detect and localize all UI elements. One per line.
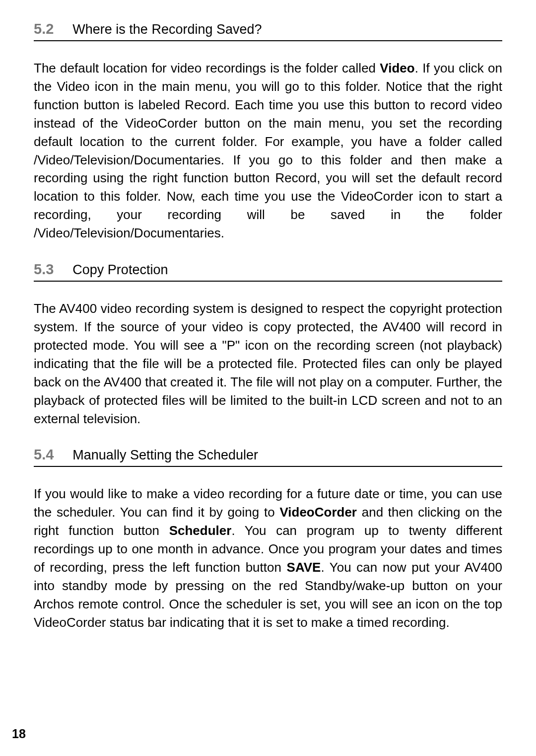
body-text-fragment: The default location for video recording… [34,61,380,76]
section-title: Where is the Recording Saved? [72,22,262,37]
section-number: 5.3 [34,261,54,278]
bold-text: VideoCorder [279,505,357,520]
section-body-5-2: The default location for video recording… [34,59,502,242]
page-number: 18 [12,727,26,741]
section-title: Copy Protection [72,262,168,278]
section-number: 5.4 [34,447,54,463]
section-number: 5.2 [34,21,54,37]
section-title: Manually Setting the Scheduler [72,448,258,463]
section-body-5-4: If you would like to make a video record… [34,485,502,631]
section-heading-5-2: 5.2 Where is the Recording Saved? [34,21,502,41]
section-body-5-3: The AV400 video recording system is desi… [34,300,502,428]
bold-text: Scheduler [169,523,232,538]
body-text-fragment: The AV400 video recording system is desi… [34,301,502,426]
body-text-fragment: . If you click on the Video icon in the … [34,61,502,240]
bold-text: Video [380,61,414,76]
section-heading-5-4: 5.4 Manually Setting the Scheduler [34,447,502,467]
section-heading-5-3: 5.3 Copy Protection [34,261,502,282]
bold-text: SAVE [287,560,321,575]
